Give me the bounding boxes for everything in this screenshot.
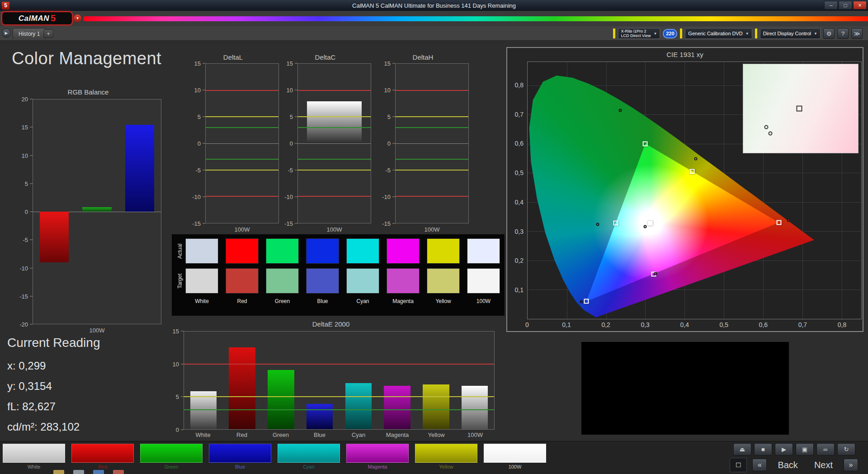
reference-line bbox=[184, 396, 494, 397]
play-button[interactable]: ▶ bbox=[775, 443, 793, 455]
y-tick-label: -15 bbox=[284, 220, 293, 227]
record-button[interactable]: ▣ bbox=[796, 443, 814, 455]
inset-target-square bbox=[797, 106, 802, 112]
window-controls: – □ × bbox=[824, 1, 867, 9]
maximize-button[interactable]: □ bbox=[839, 1, 852, 9]
reference-line bbox=[206, 159, 278, 160]
back-chevron-button[interactable]: « bbox=[752, 459, 767, 471]
y-tick-label: 0,5 bbox=[515, 169, 524, 176]
back-button[interactable]: Back bbox=[772, 460, 803, 470]
y-tick-label: -10 bbox=[382, 194, 391, 200]
y-tick-label: 5 bbox=[176, 393, 179, 400]
cie-plot-area bbox=[527, 62, 862, 319]
current-reading-panel: Current Reading x: 0,299 y: 0,3154 fL: 8… bbox=[7, 336, 100, 437]
taskbar-icon[interactable] bbox=[113, 470, 124, 474]
display-control-dropdown[interactable]: Direct Display Control ▼ bbox=[760, 28, 821, 39]
double-chevron-icon: ≫ bbox=[854, 30, 860, 37]
y-tick-label: 0 bbox=[198, 140, 201, 147]
refresh-button[interactable]: ↻ bbox=[837, 443, 855, 455]
eject-button[interactable]: ⏏ bbox=[733, 443, 751, 455]
bar-cyan bbox=[345, 383, 372, 429]
column-label: Magenta bbox=[387, 298, 420, 304]
minimize-button[interactable]: – bbox=[824, 1, 838, 9]
x-category-label: White bbox=[195, 431, 210, 438]
actual-swatch-magenta bbox=[387, 238, 420, 264]
pattern-label: White bbox=[3, 464, 65, 469]
reference-line bbox=[396, 196, 468, 197]
pattern-window-button[interactable]: □ bbox=[730, 458, 747, 472]
pattern-label: Cyan bbox=[278, 464, 340, 469]
delta-c-chart: DeltaC 151050-5-10-15 100W bbox=[277, 53, 374, 236]
pattern-cyan[interactable]: Cyan bbox=[278, 444, 340, 469]
pattern-100w[interactable]: 100W bbox=[484, 444, 546, 469]
loop-icon: ∞ bbox=[823, 446, 827, 453]
colorchecker-grid: WhiteRedGreenBlueCyanMagentaYellow100W bbox=[185, 238, 501, 313]
next-button[interactable]: Next bbox=[809, 460, 838, 470]
actual-swatch-blue bbox=[306, 238, 339, 264]
target-green bbox=[643, 141, 648, 146]
taskbar-peek bbox=[53, 470, 124, 474]
taskbar-icon[interactable] bbox=[73, 470, 84, 474]
x-axis-label: 100W bbox=[205, 226, 279, 233]
pattern-swatch bbox=[71, 444, 134, 463]
pattern-red[interactable]: Red bbox=[71, 444, 134, 469]
add-tab-button[interactable]: + bbox=[43, 29, 53, 38]
pattern-green[interactable]: Green bbox=[140, 444, 203, 469]
pattern-label: Blue bbox=[209, 464, 271, 469]
target-swatch-green bbox=[266, 268, 299, 294]
x-axis: 100W bbox=[205, 226, 279, 235]
actual-swatch-cyan bbox=[346, 238, 379, 264]
chart-title: DeltaE 2000 bbox=[162, 320, 500, 328]
y-tick-label: 15 bbox=[22, 124, 28, 131]
pattern-yellow[interactable]: Yellow bbox=[415, 444, 477, 469]
reference-line bbox=[298, 116, 371, 117]
meter-line1: X-Rite i1Pro 2 bbox=[621, 29, 651, 33]
help-button[interactable]: ? bbox=[837, 28, 849, 39]
y-tick-label: 0,2 bbox=[515, 257, 524, 264]
logo-dropdown-button[interactable]: ▼ bbox=[74, 14, 81, 22]
toolbar-right: X-Rite i1Pro 2 LCD Direct View ▼ 220 Gen… bbox=[613, 28, 863, 39]
actual-swatch-yellow bbox=[427, 238, 460, 264]
pattern-swatch bbox=[346, 444, 409, 463]
actual-swatch-green bbox=[266, 238, 299, 264]
bar-white bbox=[190, 391, 217, 429]
source-dropdown[interactable]: Generic Calibration DVD ▼ bbox=[685, 28, 752, 39]
play-icon: ▶ bbox=[782, 446, 786, 453]
pattern-magenta[interactable]: Magenta bbox=[346, 444, 409, 469]
bar-yellow bbox=[423, 384, 449, 429]
calman-logo[interactable]: CalMAN 5 bbox=[1, 11, 73, 25]
pattern-strip: WhiteRedGreenBlueCyanMagentaYellow100W bbox=[3, 444, 546, 469]
target-yellow bbox=[689, 169, 694, 174]
measured-magenta bbox=[654, 272, 657, 275]
pattern-blue[interactable]: Blue bbox=[209, 444, 271, 469]
x-axis: WhiteRedGreenBlueCyanMagentaYellow100W bbox=[184, 431, 495, 441]
plot-area bbox=[205, 63, 279, 223]
reference-line bbox=[396, 159, 468, 160]
taskbar-icon[interactable] bbox=[53, 470, 64, 474]
pattern-white[interactable]: White bbox=[3, 444, 65, 469]
logo-number: 5 bbox=[51, 13, 56, 24]
column-labels-row: WhiteRedGreenBlueCyanMagentaYellow100W bbox=[185, 298, 501, 304]
reference-line bbox=[298, 170, 371, 171]
y-tick-label: 15 bbox=[194, 60, 201, 67]
chevron-right-icon: » bbox=[849, 461, 853, 469]
next-chevron-button[interactable]: » bbox=[844, 459, 858, 471]
measured-white bbox=[643, 225, 646, 228]
y-tick-label: 10 bbox=[22, 152, 28, 159]
reference-line bbox=[298, 127, 371, 128]
stop-button[interactable]: ■ bbox=[754, 443, 772, 455]
meter-dropdown[interactable]: X-Rite i1Pro 2 LCD Direct View ▼ bbox=[618, 28, 660, 39]
pattern-label: 100W bbox=[484, 464, 546, 469]
loop-button[interactable]: ∞ bbox=[816, 443, 835, 455]
close-button[interactable]: × bbox=[853, 1, 867, 9]
actual-swatch-red bbox=[226, 238, 259, 264]
transport-controls: ⏏■▶▣∞↻ bbox=[733, 443, 855, 455]
taskbar-icon[interactable] bbox=[93, 470, 104, 474]
tab-history-1[interactable]: History 1 bbox=[13, 28, 46, 39]
record-icon: ▣ bbox=[802, 446, 807, 453]
nav-arrow-button[interactable]: ▶ bbox=[2, 28, 11, 38]
more-button[interactable]: ≫ bbox=[851, 28, 863, 39]
settings-button[interactable]: ⚙ bbox=[823, 28, 835, 39]
y-tick-label: 15 bbox=[384, 60, 391, 67]
reference-line bbox=[396, 127, 468, 128]
